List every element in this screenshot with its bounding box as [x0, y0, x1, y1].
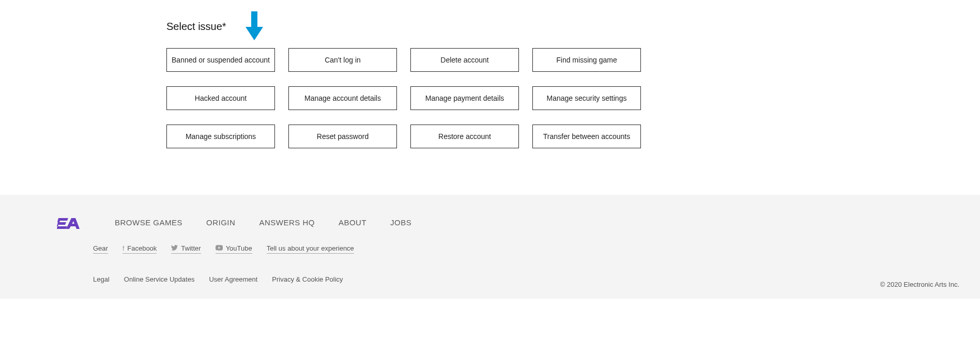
issue-manage-account-details[interactable]: Manage account details [288, 86, 397, 110]
issue-label: Manage account details [304, 94, 381, 102]
issue-banned-or-suspended[interactable]: Banned or suspended account [166, 48, 275, 72]
footer-link-privacy-cookie-policy[interactable]: Privacy & Cookie Policy [272, 275, 343, 283]
issue-select-section: Select issue* Banned or suspended accoun… [0, 0, 980, 148]
footer-link-label: YouTube [226, 244, 252, 252]
issue-label: Reset password [317, 132, 369, 141]
issue-cant-log-in[interactable]: Can't log in [288, 48, 397, 72]
footer-link-twitter[interactable]: Twitter [171, 244, 201, 254]
ea-logo-icon [57, 215, 84, 229]
issue-label: Transfer between accounts [543, 132, 630, 141]
issue-label: Hacked account [195, 94, 247, 102]
issue-delete-account[interactable]: Delete account [410, 48, 519, 72]
footer-link-label: Facebook [127, 244, 157, 252]
issue-label: Manage payment details [425, 94, 504, 102]
issue-label: Manage security settings [547, 94, 627, 102]
issue-find-missing-game[interactable]: Find missing game [532, 48, 641, 72]
footer-link-browse-games[interactable]: BROWSE GAMES [115, 218, 182, 227]
footer-link-about[interactable]: ABOUT [339, 218, 366, 227]
footer-link-answers-hq[interactable]: ANSWERS HQ [259, 218, 315, 227]
svg-marker-2 [57, 218, 68, 229]
issue-label: Find missing game [556, 56, 617, 64]
issue-restore-account[interactable]: Restore account [410, 125, 519, 148]
arrow-down-icon [246, 11, 263, 42]
issue-hacked-account[interactable]: Hacked account [166, 86, 275, 110]
footer-legal-row: Legal Online Service Updates User Agreem… [93, 275, 887, 283]
footer-link-user-agreement[interactable]: User Agreement [209, 275, 257, 283]
twitter-icon [171, 245, 178, 252]
issue-label: Manage subscriptions [186, 132, 256, 141]
youtube-icon [216, 245, 223, 252]
issue-transfer-between-accounts[interactable]: Transfer between accounts [532, 125, 641, 148]
footer-link-feedback[interactable]: Tell us about your experience [267, 244, 354, 254]
copyright-text: © 2020 Electronic Arts Inc. [880, 281, 959, 288]
footer-link-youtube[interactable]: YouTube [216, 244, 252, 254]
issue-manage-security-settings[interactable]: Manage security settings [532, 86, 641, 110]
footer-link-origin[interactable]: ORIGIN [206, 218, 235, 227]
footer-social-row: Gear f Facebook Twitter YouTube Tell us … [93, 244, 887, 254]
issue-label: Banned or suspended account [172, 56, 270, 64]
site-footer: BROWSE GAMES ORIGIN ANSWERS HQ ABOUT JOB… [0, 195, 980, 299]
footer-link-online-service-updates[interactable]: Online Service Updates [124, 275, 195, 283]
footer-nav: BROWSE GAMES ORIGIN ANSWERS HQ ABOUT JOB… [115, 218, 411, 227]
footer-link-gear[interactable]: Gear [93, 244, 108, 254]
svg-marker-1 [246, 27, 263, 40]
issue-label: Delete account [440, 56, 488, 64]
select-issue-heading: Select issue* [166, 21, 814, 33]
svg-rect-0 [251, 11, 257, 28]
facebook-icon: f [122, 245, 124, 252]
footer-link-jobs[interactable]: JOBS [390, 218, 411, 227]
footer-link-facebook[interactable]: f Facebook [122, 244, 157, 254]
issue-manage-payment-details[interactable]: Manage payment details [410, 86, 519, 110]
svg-marker-3 [66, 218, 80, 229]
issue-reset-password[interactable]: Reset password [288, 125, 397, 148]
issue-label: Restore account [438, 132, 491, 141]
issue-manage-subscriptions[interactable]: Manage subscriptions [166, 125, 275, 148]
footer-link-label: Twitter [181, 244, 201, 252]
issue-label: Can't log in [325, 56, 361, 64]
issue-grid: Banned or suspended account Can't log in… [166, 48, 814, 148]
footer-link-legal[interactable]: Legal [93, 275, 110, 283]
